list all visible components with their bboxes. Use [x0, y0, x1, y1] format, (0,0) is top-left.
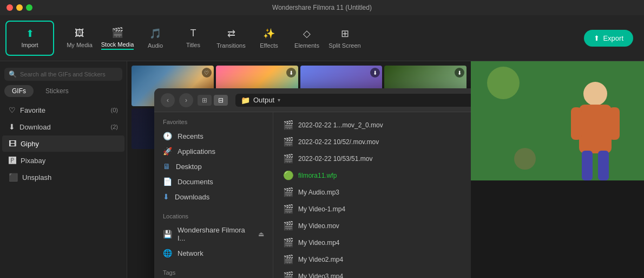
favorites-section: Favorites 🕐 Recents 🚀 Applications 🖥	[154, 119, 273, 204]
toolbar-item-audio[interactable]: 🎵 Audio	[136, 21, 174, 56]
list-view-button[interactable]: ⊞	[198, 95, 212, 106]
toolbar-item-titles[interactable]: T Titles	[174, 21, 212, 56]
sidebar-item-giphy[interactable]: 🎞 Giphy	[2, 135, 124, 152]
dialog-overlay: ‹ › ⊞ ⊟ 📁 Output ▾ 🔍 Search	[127, 61, 471, 278]
svg-point-8	[514, 148, 536, 170]
tags-section: Tags	[154, 269, 273, 278]
favorite-badge: (0)	[111, 107, 118, 113]
sidebar-item-favorite[interactable]: ♡ Favorite (0)	[2, 102, 124, 118]
desktop-icon: 🖥	[163, 162, 170, 171]
audio-file-icon-5: 🎬	[283, 187, 294, 197]
tab-gifs[interactable]: GIFs	[4, 85, 34, 97]
video-file-icon-10: 🎬	[283, 271, 294, 278]
search-icon: 🔍	[9, 70, 17, 78]
sidebar-label-download: Download	[19, 123, 51, 131]
effects-label: Effects	[260, 42, 278, 49]
downloads-label: Downloads	[175, 193, 209, 201]
video-file-icon-3: 🎬	[283, 153, 294, 164]
documents-label: Documents	[178, 178, 213, 186]
file-row-6[interactable]: 🎬 My Video-1.mp4	[278, 201, 471, 217]
elements-label: Elements	[294, 42, 319, 49]
stock-media-icon: 🎬	[111, 27, 123, 38]
my-media-icon: 🖼	[75, 28, 84, 39]
download-icon: ⬇	[9, 122, 15, 131]
tab-stickers[interactable]: Stickers	[38, 85, 76, 97]
back-button[interactable]: ‹	[161, 93, 175, 107]
project-file-icon-4: 🟢	[283, 170, 294, 180]
dialog-sidebar-item-applications[interactable]: 🚀 Applications	[154, 144, 273, 159]
dialog-sidebar-item-desktop[interactable]: 🖥 Desktop	[154, 159, 273, 174]
dialog-sidebar-item-network[interactable]: 🌐 Network	[154, 245, 273, 261]
split-screen-label: Split Screen	[328, 42, 360, 49]
content-area: 🔍 Search all the GIFs and Stickers GIFs …	[0, 61, 644, 278]
toolbar-item-elements[interactable]: ◇ Elements	[288, 21, 326, 56]
sidebar-label-unsplash: Unsplash	[22, 173, 51, 182]
title-bar: Wondershare Filmora 11 (Untitled)	[0, 0, 644, 15]
file-row-1[interactable]: 🎬 2022-02-22 1...mov_2_0.mov	[278, 117, 471, 133]
toolbar-item-effects[interactable]: ✨ Effects	[250, 21, 288, 56]
sidebar-item-pixabay[interactable]: 🅿 Pixabay	[2, 152, 124, 169]
toolbar-item-transitions[interactable]: ⇄ Transitions	[212, 21, 250, 56]
file-row-5[interactable]: 🎬 My Audio.mp3	[278, 184, 471, 201]
audio-icon: 🎵	[149, 28, 161, 40]
svg-rect-6	[598, 151, 609, 180]
recents-icon: 🕐	[163, 132, 172, 140]
file-name-10: My Video3.mp4	[298, 273, 471, 279]
toolbar-item-my-media[interactable]: 🖼 My Media	[61, 21, 98, 56]
sidebar-item-download[interactable]: ⬇ Download (2)	[2, 119, 124, 135]
search-bar[interactable]: 🔍 Search all the GIFs and Stickers	[4, 68, 122, 81]
import-button[interactable]: ⬆ Import	[5, 21, 54, 56]
network-icon: 🌐	[163, 249, 172, 257]
svg-rect-3	[571, 107, 582, 140]
preview-panel	[471, 61, 644, 278]
elements-icon: ◇	[303, 28, 311, 40]
import-icon: ⬆	[26, 28, 34, 40]
dialog-sidebar-item-wondershare[interactable]: 💾 Wondershare Filmora I... ⏏	[154, 223, 273, 245]
favorites-title: Favorites	[154, 119, 273, 128]
unsplash-icon: ⬛	[9, 173, 18, 182]
svg-point-7	[487, 67, 520, 99]
svg-rect-4	[609, 107, 620, 140]
file-name-3: 2022-02-22 10/53/51.mov	[298, 155, 471, 163]
icon-view-button[interactable]: ⊟	[214, 95, 228, 106]
dialog-toolbar: ‹ › ⊞ ⊟ 📁 Output ▾ 🔍 Search	[154, 88, 471, 112]
file-row-8[interactable]: 🎬 My Video.mp4	[278, 234, 471, 251]
dialog-sidebar-item-documents[interactable]: 📄 Documents	[154, 174, 273, 189]
file-name-9: My Video2.mp4	[298, 256, 471, 263]
maximize-button[interactable]	[26, 4, 32, 11]
file-row-7[interactable]: 🎬 My Video.mov	[278, 217, 471, 234]
eject-icon[interactable]: ⏏	[258, 230, 264, 238]
file-row-2[interactable]: 🎬 2022-02-22 10/52/.mov.mov	[278, 133, 471, 150]
dialog-sidebar-item-downloads[interactable]: ⬇ Downloads	[154, 189, 273, 204]
dialog-files: 🎬 2022-02-22 1...mov_2_0.mov 🎬 2022-02-2…	[273, 112, 471, 278]
wondershare-label: Wondershare Filmora I...	[178, 226, 253, 242]
sidebar-label-pixabay: Pixabay	[21, 157, 45, 165]
wondershare-icon: 💾	[163, 230, 172, 238]
file-row-10[interactable]: 🎬 My Video3.mp4	[278, 268, 471, 278]
export-button[interactable]: ⬆ Export	[584, 30, 633, 47]
file-row-4[interactable]: 🟢 filmora11.wfp	[278, 167, 471, 184]
tags-title: Tags	[154, 269, 273, 278]
location-bar[interactable]: 📁 Output ▾	[235, 94, 471, 107]
downloads-icon: ⬇	[163, 192, 169, 201]
forward-button[interactable]: ›	[179, 93, 193, 107]
minimize-button[interactable]	[16, 4, 23, 11]
file-row-9[interactable]: 🎬 My Video2.mp4	[278, 251, 471, 268]
favorite-icon: ♡	[9, 106, 16, 114]
sidebar-label-giphy: Giphy	[21, 140, 39, 148]
close-button[interactable]	[6, 4, 13, 11]
file-row-3[interactable]: 🎬 2022-02-22 10/53/51.mov	[278, 150, 471, 167]
toolbar-item-stock-media[interactable]: 🎬 Stock Media	[98, 21, 136, 56]
sidebar-label-favorite: Favorite	[20, 106, 45, 114]
file-name-2: 2022-02-22 10/52/.mov.mov	[298, 138, 471, 146]
file-dialog: ‹ › ⊞ ⊟ 📁 Output ▾ 🔍 Search	[154, 88, 471, 278]
download-badge: (2)	[111, 124, 118, 130]
export-label: Export	[603, 34, 623, 42]
file-name-5: My Audio.mp3	[298, 189, 471, 196]
dialog-sidebar-item-recents[interactable]: 🕐 Recents	[154, 128, 273, 144]
file-name-4: filmora11.wfp	[298, 172, 471, 179]
toolbar-item-split-screen[interactable]: ⊞ Split Screen	[326, 21, 364, 56]
location-chevron: ▾	[278, 97, 280, 103]
main-content: ♡ + ⬇ ⬇ ⬇ KISSES♡	[127, 61, 471, 278]
sidebar-item-unsplash[interactable]: ⬛ Unsplash	[2, 169, 124, 185]
